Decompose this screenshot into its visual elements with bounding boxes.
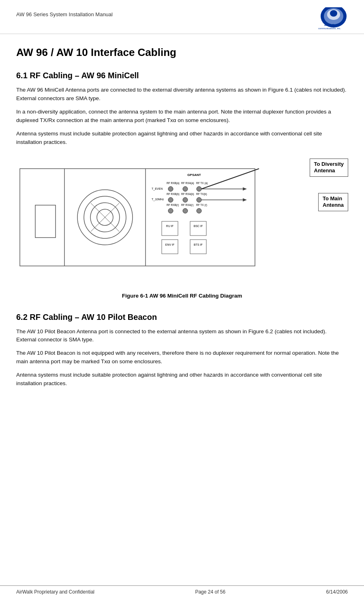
- svg-rect-41: [162, 221, 178, 236]
- section-6-1-para-1: The AW 96 MiniCell Antenna ports are con…: [16, 86, 348, 103]
- svg-point-21: [183, 186, 188, 191]
- section-6-2-para-1: The AW 10 Pilot Beacon Antenna port is c…: [16, 328, 348, 345]
- svg-marker-25: [243, 187, 247, 191]
- svg-marker-34: [243, 198, 247, 201]
- footer-right: 6/14/2006: [326, 589, 348, 595]
- svg-text:RF RXB(a): RF RXB(a): [167, 182, 180, 185]
- svg-text:BTS IF: BTS IF: [194, 243, 203, 246]
- svg-text:communications, inc.: communications, inc.: [318, 27, 341, 30]
- section-6-2-heading: 6.2 RF Cabling – AW 10 Pilot Beacon: [16, 313, 348, 322]
- svg-point-19: [168, 186, 173, 191]
- footer-center: Page 24 of 56: [195, 589, 225, 595]
- figure-6-1-container: GPSANT T_EVEN RF RXB(a) RF RXA(a) RF TX …: [16, 156, 348, 309]
- section-6-1-heading: 6.1 RF Cabling – AW 96 MiniCell: [16, 71, 348, 80]
- svg-rect-8: [35, 205, 56, 238]
- svg-text:BSC IF: BSC IF: [194, 225, 203, 227]
- svg-text:RF TX (r): RF TX (r): [196, 204, 207, 207]
- svg-text:AirWalk: AirWalk: [324, 24, 335, 26]
- svg-text:GPSANT: GPSANT: [187, 173, 201, 177]
- svg-text:RF RXB(r): RF RXB(r): [167, 204, 179, 207]
- diagram-area: GPSANT T_EVEN RF RXB(a) RF RXA(a) RF TX …: [16, 156, 348, 286]
- logo-area: AirWalk communications, inc.: [311, 7, 348, 30]
- footer-left: AirWalk Proprietary and Confidential: [16, 589, 94, 595]
- svg-text:RF RXA(a): RF RXA(a): [181, 182, 194, 185]
- svg-line-49: [201, 169, 259, 189]
- section-6-1-para-3: Antenna systems must include suitable pr…: [16, 130, 348, 147]
- svg-text:RF RXA(b): RF RXA(b): [181, 193, 194, 196]
- svg-point-30: [183, 197, 188, 202]
- chapter-heading: AW 96 / AW 10 Interface Cabling: [16, 46, 348, 59]
- airwalk-logo: AirWalk communications, inc.: [311, 7, 348, 30]
- svg-text:T_10MHz: T_10MHz: [152, 198, 164, 201]
- svg-rect-43: [190, 221, 206, 236]
- svg-point-3: [330, 10, 337, 17]
- svg-point-36: [168, 208, 173, 213]
- svg-rect-6: [20, 169, 255, 266]
- svg-text:ENV IF: ENV IF: [165, 243, 175, 246]
- svg-text:T_EVEN: T_EVEN: [152, 187, 163, 191]
- svg-point-38: [183, 208, 188, 213]
- figure-6-1-caption: Figure 6-1 AW 96 MiniCell RF Cabling Dia…: [122, 293, 242, 299]
- diversity-antenna-callout: To DiversityAntenna: [310, 159, 348, 177]
- section-6-2-para-2: The AW 10 Pilot Beacon is not equipped w…: [16, 349, 348, 366]
- svg-text:RF RXB(b): RF RXB(b): [167, 193, 180, 196]
- diagram-svg: GPSANT T_EVEN RF RXB(a) RF RXA(a) RF TX …: [16, 156, 283, 274]
- svg-point-23: [197, 186, 201, 191]
- svg-rect-45: [162, 240, 178, 254]
- page-footer: AirWalk Proprietary and Confidential Pag…: [0, 585, 364, 598]
- main-antenna-callout: To MainAntenna: [318, 193, 348, 212]
- svg-point-28: [168, 197, 173, 202]
- page-header: AW 96 Series System Installation Manual …: [0, 0, 364, 34]
- svg-point-32: [197, 197, 201, 202]
- document-title: AW 96 Series System Installation Manual: [16, 7, 113, 17]
- svg-text:RF TX (a): RF TX (a): [196, 182, 208, 185]
- svg-rect-47: [190, 240, 206, 254]
- section-6-2-para-3: Antenna systems must include suitable pr…: [16, 371, 348, 388]
- svg-text:RU IF: RU IF: [166, 225, 173, 227]
- main-content: AW 96 / AW 10 Interface Cabling 6.1 RF C…: [0, 34, 364, 401]
- svg-text:RF RXA(r): RF RXA(r): [181, 204, 193, 207]
- section-6-1-para-2: In a non-diversity application, connect …: [16, 108, 348, 125]
- svg-text:RF TX(b): RF TX(b): [196, 193, 207, 196]
- svg-point-40: [197, 208, 201, 213]
